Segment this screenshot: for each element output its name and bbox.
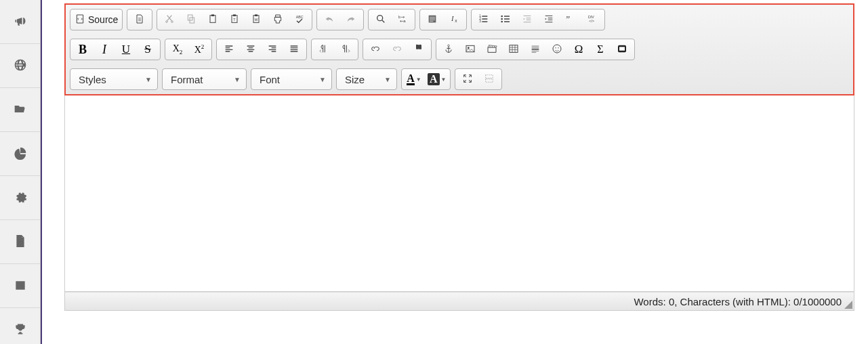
- paste-text-button[interactable]: T: [224, 10, 245, 29]
- chevron-down-icon: ▼: [145, 76, 152, 83]
- sigma-icon: Σ: [597, 43, 603, 56]
- anchor-icon: [443, 43, 454, 56]
- toolbar-group-links: [363, 39, 432, 60]
- svg-point-22: [501, 15, 503, 17]
- text-color-button[interactable]: A▼: [403, 70, 425, 89]
- bg-color-icon: A: [428, 73, 440, 85]
- italic-button[interactable]: I: [94, 40, 115, 59]
- sidebar-item-announcements[interactable]: [0, 0, 40, 44]
- svg-point-28: [448, 45, 450, 47]
- unlink-button[interactable]: [386, 40, 408, 59]
- svg-rect-16: [429, 15, 436, 22]
- sidebar-item-calendar[interactable]: [0, 264, 40, 308]
- bold-button[interactable]: B: [72, 40, 94, 59]
- image-icon: [465, 43, 476, 56]
- align-center-button[interactable]: [240, 40, 262, 59]
- sidebar-item-achievements[interactable]: [0, 308, 40, 344]
- remove-format-button[interactable]: Ix: [443, 10, 465, 29]
- copy-button[interactable]: [180, 10, 202, 29]
- bullet-list-button[interactable]: [495, 10, 516, 29]
- chevron-down-icon: ▼: [384, 76, 391, 83]
- word-count-text: Words: 0, Characters (with HTML): 0/1000…: [634, 296, 842, 307]
- print-icon: [272, 14, 283, 26]
- cut-button[interactable]: [159, 10, 180, 29]
- rtl-button[interactable]: [313, 40, 335, 59]
- hr-button[interactable]: [524, 40, 546, 59]
- find-button[interactable]: [370, 10, 392, 29]
- outdent-button[interactable]: [516, 10, 538, 29]
- subscript-icon: X2: [173, 43, 183, 56]
- replace-button[interactable]: ba: [392, 10, 413, 29]
- text-color-icon: A: [407, 74, 415, 85]
- sidebar-item-analytics[interactable]: [0, 132, 40, 176]
- select-all-button[interactable]: [421, 10, 443, 29]
- print-button[interactable]: [267, 10, 289, 29]
- blockquote-button[interactable]: ”: [560, 10, 581, 29]
- main-content: Source T W ABC ba Ix 123 ” DIV</> B I: [41, 0, 868, 344]
- link-button[interactable]: [365, 40, 386, 59]
- sidebar-item-documents[interactable]: [0, 220, 40, 264]
- numbered-list-button[interactable]: 123: [473, 10, 495, 29]
- smiley-button[interactable]: [546, 40, 568, 59]
- editor-content-area[interactable]: [64, 95, 854, 292]
- div-icon: DIV</>: [587, 14, 598, 26]
- align-right-button[interactable]: [262, 40, 283, 59]
- bg-color-button[interactable]: A▼: [425, 70, 449, 89]
- strike-icon: S: [144, 43, 150, 56]
- source-button[interactable]: Source: [72, 10, 121, 29]
- image-button[interactable]: [459, 40, 481, 59]
- toolbar-group-align: [216, 39, 307, 60]
- superscript-button[interactable]: X2: [188, 40, 210, 59]
- toolbar-group-selectall: Ix: [419, 9, 467, 30]
- sidebar-item-settings[interactable]: [0, 176, 40, 220]
- maximize-button[interactable]: [457, 70, 478, 89]
- remove-format-icon: Ix: [449, 14, 459, 26]
- styles-combo[interactable]: Styles▼: [70, 68, 158, 90]
- anchor-button[interactable]: [408, 40, 430, 59]
- format-combo[interactable]: Format▼: [162, 68, 247, 90]
- paste-button[interactable]: [202, 10, 224, 29]
- svg-text:DIV: DIV: [588, 15, 594, 19]
- clapper-icon: [487, 43, 497, 56]
- show-blocks-button[interactable]: [478, 70, 500, 89]
- underline-button[interactable]: U: [115, 40, 137, 59]
- svg-rect-7: [233, 14, 236, 16]
- spellcheck-icon: ABC: [294, 14, 305, 26]
- size-combo[interactable]: Size▼: [336, 68, 397, 90]
- justify-button[interactable]: [283, 40, 305, 59]
- toolbar-group-basicstyle: B I U S: [70, 39, 161, 60]
- toolbar-group-bidi: [311, 39, 358, 60]
- font-combo[interactable]: Font▼: [251, 68, 332, 90]
- hr-icon: [530, 43, 541, 56]
- resize-handle[interactable]: [844, 301, 852, 309]
- table-button[interactable]: [503, 40, 524, 59]
- align-center-icon: [245, 43, 256, 56]
- folder-open-icon: [14, 102, 27, 118]
- spellcheck-button[interactable]: ABC: [289, 10, 310, 29]
- sum-button[interactable]: Σ: [590, 40, 611, 59]
- redo-button[interactable]: [340, 10, 362, 29]
- specialchar-button[interactable]: Ω: [568, 40, 590, 59]
- iframe-button[interactable]: [611, 40, 633, 59]
- anchor-insert-button[interactable]: [438, 40, 459, 59]
- svg-rect-38: [486, 79, 493, 82]
- video-button[interactable]: [481, 40, 503, 59]
- undo-button[interactable]: [318, 10, 340, 29]
- sidebar-item-files[interactable]: [0, 88, 40, 132]
- div-button[interactable]: DIV</>: [581, 10, 603, 29]
- svg-text:a: a: [404, 19, 407, 23]
- indent-button[interactable]: [538, 10, 560, 29]
- ltr-button[interactable]: [335, 40, 356, 59]
- new-page-button[interactable]: [129, 10, 150, 29]
- chevron-down-icon: ▼: [441, 77, 447, 83]
- blockquote-icon: ”: [565, 14, 576, 26]
- paste-word-button[interactable]: W: [245, 10, 267, 29]
- bullet-list-icon: [500, 14, 511, 26]
- sidebar-item-web[interactable]: [0, 44, 40, 88]
- subscript-button[interactable]: X2: [167, 40, 188, 59]
- italic-icon: I: [102, 43, 106, 57]
- align-left-button[interactable]: [218, 40, 240, 59]
- globe-icon: [14, 58, 27, 74]
- strike-button[interactable]: S: [137, 40, 159, 59]
- toolbar-group-find: ba: [368, 9, 415, 30]
